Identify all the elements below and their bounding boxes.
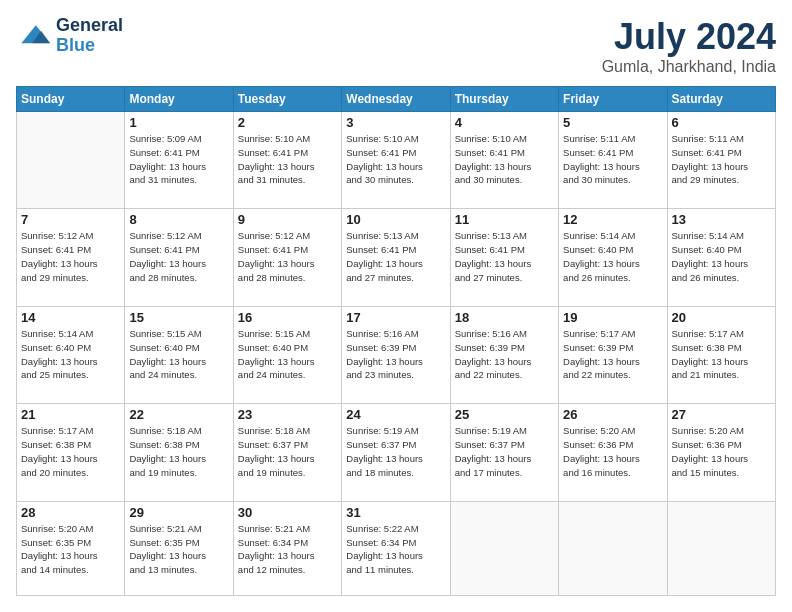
day-info: Sunrise: 5:18 AMSunset: 6:37 PMDaylight:… (238, 424, 337, 479)
day-info: Sunrise: 5:12 AMSunset: 6:41 PMDaylight:… (238, 229, 337, 284)
day-info: Sunrise: 5:14 AMSunset: 6:40 PMDaylight:… (563, 229, 662, 284)
day-info: Sunrise: 5:20 AMSunset: 6:35 PMDaylight:… (21, 522, 120, 577)
calendar-day-cell: 26Sunrise: 5:20 AMSunset: 6:36 PMDayligh… (559, 404, 667, 501)
calendar-day-cell: 17Sunrise: 5:16 AMSunset: 6:39 PMDayligh… (342, 306, 450, 403)
day-number: 16 (238, 310, 337, 325)
logo-line1: General (56, 16, 123, 36)
day-info: Sunrise: 5:16 AMSunset: 6:39 PMDaylight:… (346, 327, 445, 382)
calendar-day-cell: 8Sunrise: 5:12 AMSunset: 6:41 PMDaylight… (125, 209, 233, 306)
day-number: 14 (21, 310, 120, 325)
day-info: Sunrise: 5:13 AMSunset: 6:41 PMDaylight:… (346, 229, 445, 284)
weekday-header: Tuesday (233, 87, 341, 112)
logo: General Blue (16, 16, 123, 56)
day-number: 7 (21, 212, 120, 227)
calendar-day-cell: 28Sunrise: 5:20 AMSunset: 6:35 PMDayligh… (17, 501, 125, 595)
day-info: Sunrise: 5:10 AMSunset: 6:41 PMDaylight:… (455, 132, 554, 187)
weekday-header: Wednesday (342, 87, 450, 112)
main-title: July 2024 (602, 16, 776, 58)
day-info: Sunrise: 5:17 AMSunset: 6:38 PMDaylight:… (672, 327, 771, 382)
calendar-week-row: 7Sunrise: 5:12 AMSunset: 6:41 PMDaylight… (17, 209, 776, 306)
day-number: 13 (672, 212, 771, 227)
calendar-day-cell: 6Sunrise: 5:11 AMSunset: 6:41 PMDaylight… (667, 112, 775, 209)
day-number: 21 (21, 407, 120, 422)
day-number: 19 (563, 310, 662, 325)
day-number: 15 (129, 310, 228, 325)
day-number: 27 (672, 407, 771, 422)
day-number: 8 (129, 212, 228, 227)
weekday-header: Saturday (667, 87, 775, 112)
day-info: Sunrise: 5:12 AMSunset: 6:41 PMDaylight:… (129, 229, 228, 284)
day-info: Sunrise: 5:14 AMSunset: 6:40 PMDaylight:… (672, 229, 771, 284)
weekday-header: Thursday (450, 87, 558, 112)
day-number: 9 (238, 212, 337, 227)
subtitle: Gumla, Jharkhand, India (602, 58, 776, 76)
day-number: 22 (129, 407, 228, 422)
day-info: Sunrise: 5:11 AMSunset: 6:41 PMDaylight:… (672, 132, 771, 187)
day-number: 23 (238, 407, 337, 422)
day-number: 11 (455, 212, 554, 227)
day-info: Sunrise: 5:13 AMSunset: 6:41 PMDaylight:… (455, 229, 554, 284)
day-info: Sunrise: 5:12 AMSunset: 6:41 PMDaylight:… (21, 229, 120, 284)
calendar-day-cell: 24Sunrise: 5:19 AMSunset: 6:37 PMDayligh… (342, 404, 450, 501)
day-number: 31 (346, 505, 445, 520)
day-info: Sunrise: 5:10 AMSunset: 6:41 PMDaylight:… (238, 132, 337, 187)
calendar-day-cell: 29Sunrise: 5:21 AMSunset: 6:35 PMDayligh… (125, 501, 233, 595)
weekday-header: Friday (559, 87, 667, 112)
calendar-day-cell: 3Sunrise: 5:10 AMSunset: 6:41 PMDaylight… (342, 112, 450, 209)
calendar-day-cell: 11Sunrise: 5:13 AMSunset: 6:41 PMDayligh… (450, 209, 558, 306)
calendar-day-cell: 19Sunrise: 5:17 AMSunset: 6:39 PMDayligh… (559, 306, 667, 403)
day-number: 26 (563, 407, 662, 422)
day-info: Sunrise: 5:15 AMSunset: 6:40 PMDaylight:… (129, 327, 228, 382)
calendar-day-cell: 1Sunrise: 5:09 AMSunset: 6:41 PMDaylight… (125, 112, 233, 209)
day-info: Sunrise: 5:21 AMSunset: 6:35 PMDaylight:… (129, 522, 228, 577)
calendar-week-row: 14Sunrise: 5:14 AMSunset: 6:40 PMDayligh… (17, 306, 776, 403)
day-info: Sunrise: 5:16 AMSunset: 6:39 PMDaylight:… (455, 327, 554, 382)
day-info: Sunrise: 5:21 AMSunset: 6:34 PMDaylight:… (238, 522, 337, 577)
calendar-day-cell: 27Sunrise: 5:20 AMSunset: 6:36 PMDayligh… (667, 404, 775, 501)
day-info: Sunrise: 5:14 AMSunset: 6:40 PMDaylight:… (21, 327, 120, 382)
day-number: 29 (129, 505, 228, 520)
calendar-day-cell: 31Sunrise: 5:22 AMSunset: 6:34 PMDayligh… (342, 501, 450, 595)
calendar-day-cell: 10Sunrise: 5:13 AMSunset: 6:41 PMDayligh… (342, 209, 450, 306)
day-info: Sunrise: 5:20 AMSunset: 6:36 PMDaylight:… (563, 424, 662, 479)
day-info: Sunrise: 5:19 AMSunset: 6:37 PMDaylight:… (455, 424, 554, 479)
page: General Blue July 2024 Gumla, Jharkhand,… (0, 0, 792, 612)
logo-text: General Blue (56, 16, 123, 56)
calendar-day-cell: 20Sunrise: 5:17 AMSunset: 6:38 PMDayligh… (667, 306, 775, 403)
day-number: 20 (672, 310, 771, 325)
calendar-day-cell: 9Sunrise: 5:12 AMSunset: 6:41 PMDaylight… (233, 209, 341, 306)
logo-line2: Blue (56, 36, 123, 56)
calendar-day-cell (559, 501, 667, 595)
day-number: 30 (238, 505, 337, 520)
day-number: 12 (563, 212, 662, 227)
calendar-week-row: 1Sunrise: 5:09 AMSunset: 6:41 PMDaylight… (17, 112, 776, 209)
calendar-header-row: SundayMondayTuesdayWednesdayThursdayFrid… (17, 87, 776, 112)
calendar-day-cell: 4Sunrise: 5:10 AMSunset: 6:41 PMDaylight… (450, 112, 558, 209)
day-number: 1 (129, 115, 228, 130)
day-number: 28 (21, 505, 120, 520)
day-info: Sunrise: 5:15 AMSunset: 6:40 PMDaylight:… (238, 327, 337, 382)
calendar-day-cell: 18Sunrise: 5:16 AMSunset: 6:39 PMDayligh… (450, 306, 558, 403)
day-info: Sunrise: 5:18 AMSunset: 6:38 PMDaylight:… (129, 424, 228, 479)
calendar-table: SundayMondayTuesdayWednesdayThursdayFrid… (16, 86, 776, 596)
calendar-day-cell: 21Sunrise: 5:17 AMSunset: 6:38 PMDayligh… (17, 404, 125, 501)
day-number: 5 (563, 115, 662, 130)
calendar-day-cell: 30Sunrise: 5:21 AMSunset: 6:34 PMDayligh… (233, 501, 341, 595)
calendar-week-row: 21Sunrise: 5:17 AMSunset: 6:38 PMDayligh… (17, 404, 776, 501)
day-number: 6 (672, 115, 771, 130)
weekday-header: Sunday (17, 87, 125, 112)
calendar-day-cell: 22Sunrise: 5:18 AMSunset: 6:38 PMDayligh… (125, 404, 233, 501)
logo-icon (16, 18, 52, 54)
calendar-day-cell: 12Sunrise: 5:14 AMSunset: 6:40 PMDayligh… (559, 209, 667, 306)
day-info: Sunrise: 5:19 AMSunset: 6:37 PMDaylight:… (346, 424, 445, 479)
calendar-day-cell: 5Sunrise: 5:11 AMSunset: 6:41 PMDaylight… (559, 112, 667, 209)
day-info: Sunrise: 5:20 AMSunset: 6:36 PMDaylight:… (672, 424, 771, 479)
header: General Blue July 2024 Gumla, Jharkhand,… (16, 16, 776, 76)
day-info: Sunrise: 5:09 AMSunset: 6:41 PMDaylight:… (129, 132, 228, 187)
day-number: 25 (455, 407, 554, 422)
day-number: 2 (238, 115, 337, 130)
day-info: Sunrise: 5:10 AMSunset: 6:41 PMDaylight:… (346, 132, 445, 187)
calendar-day-cell: 15Sunrise: 5:15 AMSunset: 6:40 PMDayligh… (125, 306, 233, 403)
calendar-day-cell: 7Sunrise: 5:12 AMSunset: 6:41 PMDaylight… (17, 209, 125, 306)
calendar-day-cell: 25Sunrise: 5:19 AMSunset: 6:37 PMDayligh… (450, 404, 558, 501)
